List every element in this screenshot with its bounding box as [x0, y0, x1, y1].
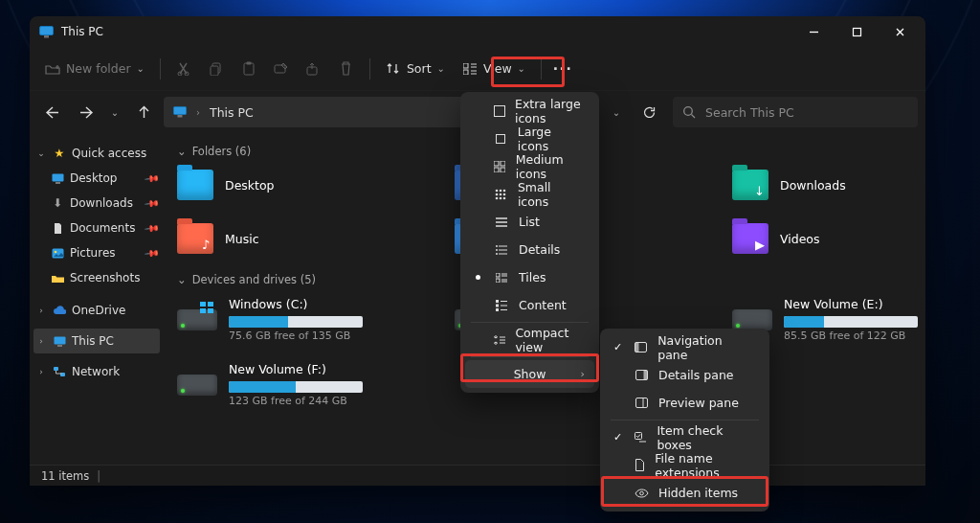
sort-label: Sort: [407, 61, 432, 76]
item-count: 11 items: [41, 469, 89, 483]
copy-icon[interactable]: [201, 61, 232, 77]
search-input[interactable]: Search This PC: [673, 97, 918, 127]
folder-tile-music[interactable]: ♪ Music: [177, 217, 368, 260]
folder-icon: ▶: [732, 223, 768, 254]
svg-rect-20: [54, 336, 65, 344]
more-icon[interactable]: ···: [549, 61, 576, 77]
delete-icon[interactable]: [331, 61, 362, 77]
download-icon: ⬇: [51, 196, 64, 210]
menu-item-item-check-boxes[interactable]: ✓ Item check boxes: [605, 423, 765, 451]
menu-item-large-icons[interactable]: Large icons: [465, 125, 594, 152]
compact-icon: [494, 334, 505, 346]
view-button[interactable]: View ⌄: [455, 53, 533, 85]
svg-point-35: [503, 193, 506, 195]
menu-item-preview-pane[interactable]: Preview pane: [605, 389, 765, 417]
drive-usage-bar: [784, 316, 918, 328]
menu-item-label: Hidden items: [658, 486, 738, 500]
status-bar: 11 items |: [30, 465, 925, 486]
menu-item-label: Small icons: [518, 180, 581, 209]
svg-point-37: [500, 196, 502, 199]
sidebar-item-documents[interactable]: Documents 📌: [30, 216, 164, 240]
divider: [541, 58, 542, 80]
list-icon: [494, 216, 509, 228]
menu-item-medium-icons[interactable]: Medium icons: [465, 152, 594, 180]
file-ext-icon: [634, 459, 645, 471]
menu-item-details-pane[interactable]: Details pane: [605, 361, 765, 389]
breadcrumb[interactable]: This PC: [210, 105, 254, 120]
maximize-button[interactable]: [835, 17, 879, 46]
menu-item-show[interactable]: Show ›: [465, 360, 594, 388]
menu-item-details[interactable]: Details: [465, 236, 594, 263]
sidebar-item-network[interactable]: › Network: [30, 359, 164, 384]
menu-item-list[interactable]: List: [465, 208, 594, 236]
sidebar-item-desktop[interactable]: Desktop 📌: [30, 166, 164, 191]
sidebar-item-label: This PC: [72, 334, 114, 348]
minimize-button[interactable]: [792, 17, 835, 46]
menu-item-hidden-items[interactable]: Hidden items: [605, 479, 765, 507]
svg-point-15: [684, 107, 693, 116]
drive-tile-f[interactable]: New Volume (F:) 123 GB free of 244 GB: [177, 357, 368, 411]
pin-icon: 📌: [145, 195, 160, 211]
svg-point-39: [496, 245, 498, 247]
folder-tile-desktop[interactable]: Desktop: [177, 164, 368, 206]
svg-point-36: [496, 196, 499, 199]
menu-item-file-name-extensions[interactable]: File name extensions: [605, 451, 765, 479]
forward-button[interactable]: [72, 98, 100, 126]
menu-item-label: Show: [514, 367, 546, 381]
sidebar-item-quick-access[interactable]: ⌄ ★ Quick access: [30, 141, 164, 166]
menu-item-content[interactable]: Content: [465, 291, 594, 319]
menu-item-extra-large-icons[interactable]: Extra large icons: [465, 97, 594, 125]
drive-name: New Volume (E:): [784, 297, 918, 311]
svg-rect-43: [496, 279, 500, 283]
svg-rect-44: [496, 300, 499, 303]
svg-rect-16: [52, 173, 63, 181]
chevron-down-icon: ⌄: [137, 63, 145, 74]
svg-rect-2: [854, 28, 861, 35]
menu-item-small-icons[interactable]: Small icons: [465, 180, 594, 208]
view-icon: [462, 61, 478, 77]
divider: [160, 58, 161, 80]
rename-icon[interactable]: [266, 61, 297, 77]
menu-item-compact-view[interactable]: Compact view: [465, 326, 594, 353]
address-history-button[interactable]: ⌄: [608, 98, 625, 126]
chevron-right-icon: ›: [196, 107, 200, 118]
svg-point-34: [500, 193, 502, 195]
desktop-icon: [51, 171, 64, 185]
paste-icon[interactable]: [234, 61, 264, 77]
svg-rect-48: [635, 343, 639, 352]
window-title: This PC: [61, 25, 103, 38]
folder-tile-videos[interactable]: ▶ Videos: [732, 217, 924, 260]
refresh-button[interactable]: [635, 98, 663, 126]
chevron-down-icon: ⌄: [35, 148, 47, 158]
drive-name: Windows (C:): [229, 297, 363, 311]
view-menu: Extra large icons Large icons Medium ico…: [460, 92, 599, 393]
svg-point-40: [496, 249, 498, 251]
drive-sub: 123 GB free of 244 GB: [229, 395, 363, 407]
menu-item-navigation-pane[interactable]: ✓ Navigation pane: [605, 333, 765, 361]
recent-locations-button[interactable]: ⌄: [106, 98, 123, 126]
sidebar-item-onedrive[interactable]: › OneDrive: [30, 298, 164, 323]
svg-rect-1: [44, 35, 49, 38]
drive-tile-c[interactable]: Windows (C:) 75.6 GB free of 135 GB: [177, 292, 368, 346]
close-button[interactable]: [879, 17, 922, 46]
back-button[interactable]: [37, 98, 66, 126]
share-icon[interactable]: [299, 61, 329, 77]
menu-item-label: List: [519, 215, 540, 229]
picture-icon: [51, 246, 64, 260]
chevron-down-icon: ⌄: [177, 273, 187, 286]
divider: [369, 58, 370, 80]
svg-point-53: [639, 491, 643, 495]
chevron-down-icon: ⌄: [437, 63, 445, 74]
sidebar-item-downloads[interactable]: ⬇ Downloads 📌: [30, 191, 164, 216]
up-button[interactable]: [129, 98, 158, 126]
sidebar-item-this-pc[interactable]: › This PC: [33, 329, 160, 353]
sidebar-item-screenshots[interactable]: Screenshots: [30, 265, 164, 290]
sort-button[interactable]: Sort ⌄: [378, 53, 453, 85]
svg-rect-28: [494, 168, 499, 172]
folder-tile-downloads[interactable]: ↓ Downloads: [732, 164, 924, 206]
new-folder-button[interactable]: New folder ⌄: [37, 53, 152, 85]
menu-item-tiles[interactable]: Tiles: [465, 263, 594, 291]
cut-icon[interactable]: [168, 61, 199, 77]
sidebar-item-pictures[interactable]: Pictures 📌: [30, 240, 164, 265]
drives-section-label: Devices and drives (5): [192, 273, 316, 286]
